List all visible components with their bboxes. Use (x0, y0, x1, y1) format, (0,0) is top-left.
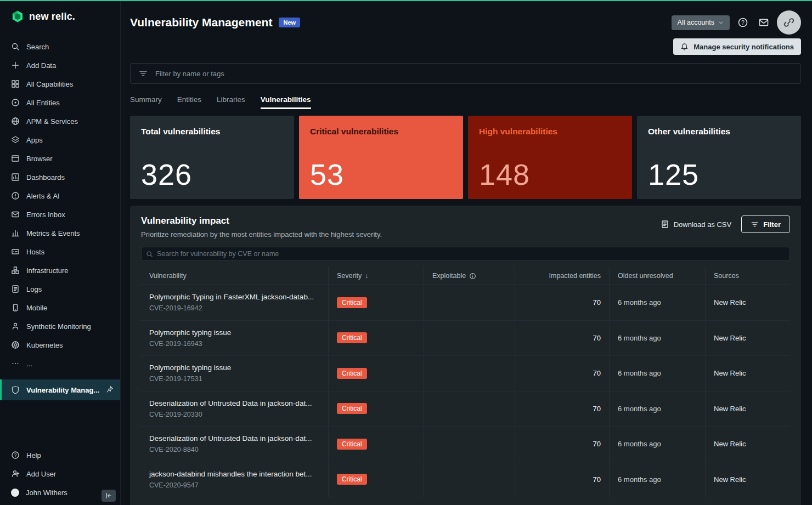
sidebar-item-more[interactable]: ... (0, 354, 120, 373)
vulnerability-name[interactable]: Deserialization of Untrusted Data in jac… (149, 399, 328, 407)
manage-security-notifications-button[interactable]: Manage security notifications (673, 38, 801, 55)
tab-vulnerabilities[interactable]: Vulnerabilities (261, 95, 311, 109)
table-row[interactable]: Polymorphic typing issue CVE-2019-17531 … (141, 356, 790, 391)
panel-title: Vulnerability impact (141, 215, 382, 226)
chevron-down-icon (718, 20, 724, 25)
vulnerability-cve: CVE-2020-9547 (149, 481, 328, 489)
vulnerability-search[interactable] (141, 247, 790, 261)
shield-icon (11, 385, 20, 394)
column-severity[interactable]: Severity ↓ (328, 266, 424, 285)
table-row[interactable]: jackson-databind mishandles the interact… (141, 462, 790, 498)
vulnerability-search-input[interactable] (157, 250, 785, 258)
table-row[interactable]: Polymorphic typing issue CVE-2019-16943 … (141, 321, 790, 356)
header-actions: All accounts ? (672, 10, 801, 35)
add-user-icon (11, 469, 20, 478)
high-vulnerabilities-value: 148 (479, 157, 530, 191)
sidebar-item-metrics-events[interactable]: Metrics & Events (0, 224, 120, 242)
pin-icon[interactable] (106, 385, 114, 395)
vulnerability-cve: CVE-2019-16943 (149, 340, 328, 348)
sidebar-item-apps[interactable]: Apps (0, 130, 120, 149)
column-sources[interactable]: Sources (705, 266, 790, 285)
plus-icon (11, 61, 20, 70)
vulnerability-name[interactable]: Polymorphic typing issue (149, 328, 328, 337)
sources-value: New Relic (705, 356, 790, 391)
sidebar-item-dashboards[interactable]: Dashboards (0, 168, 120, 186)
sidebar-item-alerts-ai[interactable]: Alerts & AI (0, 186, 120, 205)
table-row[interactable]: Deserialization of Untrusted Data in jac… (141, 427, 790, 462)
filter-button[interactable]: Filter (741, 215, 790, 233)
tab-bar: Summary Entities Libraries Vulnerabiliti… (130, 95, 801, 109)
vulnerability-name[interactable]: jackson-databind mishandles the interact… (149, 470, 328, 478)
sidebar-item-all-entities[interactable]: All Entities (0, 93, 120, 112)
sidebar-item-kubernetes[interactable]: Kubernetes (0, 336, 120, 354)
vulnerability-cve: CVE-2019-17531 (149, 375, 328, 383)
column-oldest-unresolved[interactable]: Oldest unresolved (609, 266, 705, 285)
sidebar-item-search[interactable]: Search (0, 37, 120, 56)
sidebar-item-add-data[interactable]: Add Data (0, 56, 120, 75)
oldest-unresolved-value: 6 months ago (609, 356, 705, 391)
table-row[interactable]: Polymorphic Typing in FasterXML jackson-… (141, 285, 790, 321)
total-vulnerabilities-value: 326 (141, 157, 192, 191)
other-vulnerabilities-card[interactable]: Other vulnerabilities 125 (637, 116, 801, 199)
filter-input[interactable] (155, 70, 793, 78)
stat-cards: Total vulnerabilities 326 Critical vulne… (130, 116, 801, 199)
sidebar-item-infrastructure[interactable]: Infrastructure (0, 261, 120, 280)
total-vulnerabilities-card[interactable]: Total vulnerabilities 326 (130, 116, 294, 199)
sidebar-item-vulnerability-management[interactable]: Vulnerability Manag... (0, 379, 120, 400)
panel-actions: Download as CSV Filter (661, 215, 790, 233)
sidebar-item-errors-inbox[interactable]: Errors Inbox (0, 205, 120, 224)
sidebar-item-synthetic-monitoring[interactable]: Synthetic Monitoring (0, 317, 120, 336)
impacted-entities-value: 70 (515, 321, 609, 356)
tab-summary[interactable]: Summary (130, 95, 162, 109)
sources-value: New Relic (705, 427, 790, 462)
critical-vulnerabilities-card[interactable]: Critical vulnerabilities 53 (299, 116, 463, 199)
search-icon (11, 42, 20, 51)
sidebar: new relic. Search Add Data All Capabilit… (0, 1, 121, 505)
exploitable-cell (424, 427, 515, 462)
table-row[interactable]: Deserialization of Untrusted Data in jac… (141, 391, 790, 427)
sidebar-item-browser[interactable]: Browser (0, 149, 120, 168)
download-csv-button[interactable]: Download as CSV (661, 220, 732, 229)
sidebar-item-help[interactable]: ? Help (0, 446, 120, 464)
entities-icon (11, 98, 20, 107)
sidebar-item-hosts[interactable]: Hosts (0, 242, 120, 261)
sidebar-item-apm-services[interactable]: APM & Services (0, 112, 120, 130)
mail-button[interactable] (756, 15, 771, 30)
ellipsis-icon (11, 359, 20, 368)
tab-libraries[interactable]: Libraries (217, 95, 245, 109)
sort-desc-icon: ↓ (365, 272, 368, 280)
impacted-entities-value: 70 (515, 462, 609, 497)
main-content: Vulnerability Management New All account… (121, 1, 812, 505)
filter-bar[interactable] (130, 63, 801, 84)
severity-badge: Critical (337, 332, 367, 343)
column-impacted-entities[interactable]: Impacted entities (515, 266, 609, 285)
impacted-entities-value: 70 (515, 356, 609, 391)
sidebar-item-mobile[interactable]: Mobile (0, 298, 120, 317)
share-link-button[interactable] (777, 10, 801, 35)
help-circle-button[interactable]: ? (735, 15, 751, 30)
column-exploitable[interactable]: Exploitable (424, 266, 515, 285)
new-relic-logo-icon (11, 10, 24, 23)
account-selector[interactable]: All accounts (672, 15, 730, 30)
svg-text:?: ? (741, 19, 745, 26)
severity-badge: Critical (337, 403, 367, 414)
vulnerability-cve: CVE-2020-8840 (149, 446, 328, 453)
svg-text:?: ? (14, 452, 17, 458)
vulnerability-name[interactable]: Polymorphic Typing in FasterXML jackson-… (149, 293, 328, 301)
vulnerability-name[interactable]: Deserialization of Untrusted Data in jac… (149, 434, 328, 442)
oldest-unresolved-value: 6 months ago (609, 462, 705, 497)
sidebar-item-add-user[interactable]: Add User (0, 464, 120, 483)
vulnerability-name[interactable]: Polymorphic typing issue (149, 364, 328, 372)
document-icon (11, 285, 20, 293)
brand-name: new relic. (29, 11, 75, 22)
sidebar-item-logs[interactable]: Logs (0, 280, 120, 298)
search-icon (146, 251, 153, 258)
csv-file-icon (661, 220, 669, 229)
collapse-sidebar-button[interactable] (101, 490, 116, 502)
column-vulnerability[interactable]: Vulnerability (141, 266, 328, 285)
server-icon (11, 247, 20, 256)
sidebar-item-all-capabilities[interactable]: All Capabilities (0, 75, 120, 93)
high-vulnerabilities-card[interactable]: High vulnerabilities 148 (468, 116, 632, 199)
sources-value: New Relic (705, 391, 790, 427)
tab-entities[interactable]: Entities (177, 95, 201, 109)
